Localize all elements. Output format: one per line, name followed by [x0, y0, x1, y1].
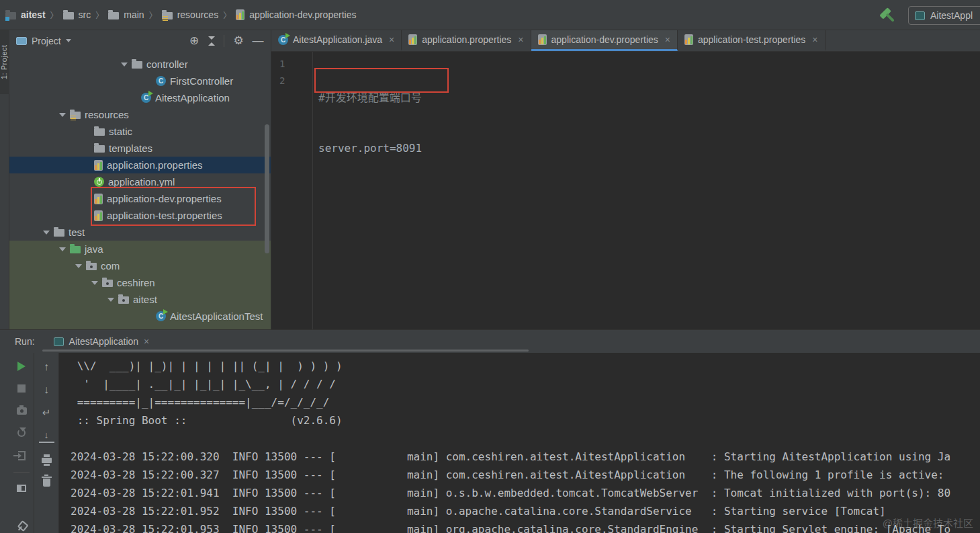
dump-threads-icon[interactable]	[14, 403, 30, 418]
run-panel-title: Run:	[15, 336, 35, 347]
tree-item-aitestapplication[interactable]: AitestApplication	[9, 89, 271, 106]
tree-item-com[interactable]: com	[9, 257, 271, 274]
close-icon[interactable]: ×	[389, 34, 394, 45]
run-toolbar-console	[34, 353, 59, 533]
runnable-class-icon	[141, 93, 151, 103]
close-icon[interactable]: ×	[812, 34, 817, 45]
clear-all-icon[interactable]	[39, 473, 54, 489]
tab-label: application-test.properties	[698, 34, 805, 45]
breadcrumb-item-file[interactable]: application-dev.properties	[236, 9, 356, 20]
chevron-down-icon[interactable]	[121, 63, 128, 67]
tree-item-java[interactable]: java	[9, 241, 271, 257]
collapse-all-icon[interactable]	[206, 36, 217, 46]
folder-icon	[108, 12, 119, 19]
console-banner-line: :: Spring Boot :: (v2.6.6)	[71, 411, 980, 429]
console-log-line: 2024-03-28 15:22:01.941 INFO 13500 --- […	[71, 484, 980, 502]
tree-item-label: test	[69, 227, 85, 238]
tree-item-aitestapplicationtest[interactable]: AitestApplicationTest	[9, 308, 271, 325]
breadcrumb-item-project[interactable]: aitest	[5, 9, 46, 20]
tool-window-button-project[interactable]: 1: Project	[0, 30, 9, 94]
exit-icon[interactable]	[14, 448, 30, 463]
tab-application-dev-properties[interactable]: application-dev.properties ×	[531, 30, 678, 51]
folder-icon	[94, 145, 105, 153]
console-icon	[54, 337, 64, 346]
console-log-line: 2024-03-28 15:22:00.320 INFO 13500 --- […	[71, 448, 980, 466]
divider	[13, 472, 30, 473]
tree-item-firstcontroller[interactable]: FirstController	[9, 73, 271, 89]
editor-content[interactable]: 1 2 #开发环境配置端口号 server.port=8091	[271, 52, 980, 329]
chevron-down-icon[interactable]	[91, 281, 98, 285]
chevron-down-icon[interactable]	[59, 113, 66, 117]
down-stack-trace-icon[interactable]	[39, 382, 54, 397]
tree-item-static[interactable]: static	[9, 123, 271, 140]
console-banner-line: ' |____| .__|_| |_|_| |_\__, | / / / /	[71, 375, 980, 393]
package-icon	[102, 280, 113, 287]
tab-aitestapplication-java[interactable]: AitestApplication.java ×	[271, 30, 402, 51]
close-icon[interactable]: ×	[144, 336, 149, 347]
chevron-down-icon[interactable]	[107, 298, 114, 302]
console-log-line: 2024-03-28 15:22:01.953 INFO 13500 --- […	[71, 520, 980, 533]
print-icon[interactable]	[39, 450, 54, 466]
layout-settings-icon[interactable]	[14, 481, 30, 496]
project-panel-title[interactable]: Project	[32, 36, 61, 46]
rerun-button[interactable]	[14, 359, 30, 374]
tree-item-label: templates	[109, 142, 152, 154]
tree-item-label: FirstController	[170, 75, 233, 87]
breadcrumb-item-resources[interactable]: resources	[162, 9, 218, 20]
tree-item-controller[interactable]: controller	[9, 56, 271, 73]
tree-item-templates[interactable]: templates	[9, 140, 271, 157]
resources-folder-icon	[162, 12, 173, 19]
properties-file-icon	[236, 9, 244, 20]
run-configuration-select[interactable]: AitestAppl	[908, 6, 980, 25]
breadcrumb-item-main[interactable]: main	[108, 9, 144, 20]
tab-application-test-properties[interactable]: application-test.properties ×	[678, 30, 826, 51]
hide-panel-icon[interactable]: —	[251, 34, 265, 48]
console-horizontal-scrollbar[interactable]	[42, 350, 529, 352]
tree-item-label: application.properties	[107, 159, 203, 171]
run-console-output[interactable]: \\/ ___)| |_)| | | | | || (_| | ) ) ) ) …	[59, 353, 980, 533]
soft-wrap-icon[interactable]	[39, 405, 54, 420]
test-sources-folder-icon	[70, 246, 81, 253]
line-number: 1	[279, 56, 312, 73]
chevron-right-icon: 〉	[149, 9, 157, 21]
pin-tab-icon[interactable]	[14, 518, 30, 533]
restart-icon[interactable]	[14, 425, 30, 440]
runnable-class-icon	[278, 35, 288, 45]
close-icon[interactable]: ×	[518, 34, 523, 45]
chevron-down-icon[interactable]	[66, 39, 71, 42]
scroll-to-end-icon[interactable]	[39, 427, 54, 443]
tree-item-aitest-pkg[interactable]: aitest	[9, 291, 271, 308]
tree-item-label: resources	[85, 109, 129, 120]
resources-folder-icon	[70, 112, 81, 119]
close-icon[interactable]: ×	[665, 34, 670, 45]
ide-window: aitest 〉 src 〉 main 〉 resources 〉 applic…	[0, 0, 980, 533]
chevron-down-icon[interactable]	[75, 264, 82, 268]
tree-item-ceshiren[interactable]: ceshiren	[9, 274, 271, 291]
locate-file-icon[interactable]: ⊕	[187, 34, 202, 48]
tree-item-resources[interactable]: resources	[9, 106, 271, 123]
console-banner-line: =========|_|==============|___/=/_/_/_/	[71, 393, 980, 411]
project-scrollbar[interactable]	[265, 124, 269, 253]
chevron-down-icon[interactable]	[59, 247, 66, 251]
tree-item-label: aitest	[133, 294, 157, 305]
tree-item-application-properties[interactable]: application.properties	[9, 157, 271, 173]
tree-item-label: ceshiren	[117, 277, 155, 288]
run-configuration-label: AitestAppl	[930, 10, 973, 21]
stop-button[interactable]	[14, 381, 30, 396]
java-class-icon	[156, 76, 166, 86]
up-stack-trace-icon[interactable]	[39, 359, 54, 374]
annotation-rectangle-editor	[314, 68, 449, 93]
breadcrumb-item-src[interactable]: src	[63, 9, 91, 20]
folder-icon	[94, 128, 105, 136]
gear-icon[interactable]: ⚙	[231, 34, 246, 48]
project-tree: controller FirstController AitestApplica…	[9, 52, 271, 329]
editor-gutter: 1 2	[271, 52, 313, 329]
chevron-down-icon[interactable]	[43, 231, 50, 235]
tree-item-test[interactable]: test	[9, 224, 271, 241]
tab-application-properties[interactable]: application.properties ×	[402, 30, 531, 51]
application-icon	[915, 11, 925, 20]
project-folder-icon	[5, 12, 16, 19]
annotation-rectangle-tree	[91, 187, 256, 226]
build-hammer-icon[interactable]	[877, 4, 899, 27]
package-icon	[118, 296, 129, 304]
